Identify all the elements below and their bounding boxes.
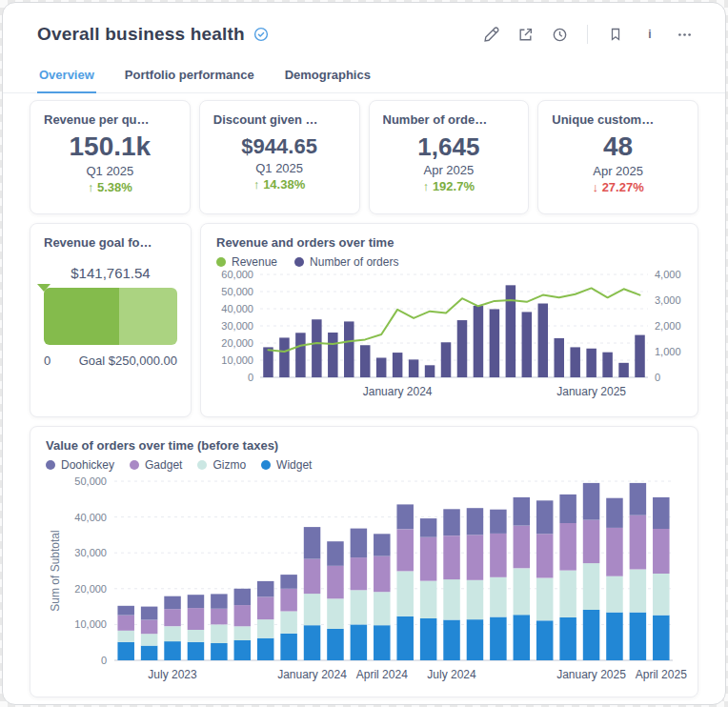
gauge-goal-label: Goal $250,000.00 (79, 354, 177, 368)
stacked-chart-card[interactable]: Value of orders over time (before taxes)… (30, 426, 698, 697)
legend-item-gadget[interactable]: Gadget (130, 458, 182, 472)
kpi-value: 150.1k (70, 132, 152, 162)
svg-text:April 2025: April 2025 (636, 668, 687, 681)
svg-text:January 2025: January 2025 (556, 385, 626, 398)
kpi-value: 48 (603, 132, 633, 162)
kpi-value: $944.65 (241, 135, 317, 158)
svg-text:0: 0 (248, 372, 253, 383)
kpi-value: 1,645 (417, 133, 479, 161)
legend-item-revenue[interactable]: Revenue (216, 255, 277, 269)
combo-legend: Revenue Number of orders (216, 255, 682, 269)
combo-chart: 010,00020,00030,00040,00050,00060,00001,… (216, 269, 690, 404)
svg-text:2,000: 2,000 (655, 320, 681, 332)
verified-badge-icon (253, 27, 269, 42)
svg-text:50,000: 50,000 (221, 286, 253, 297)
svg-text:Sum of Subtotal: Sum of Subtotal (49, 530, 62, 611)
svg-text:10,000: 10,000 (74, 618, 107, 630)
info-icon[interactable]: i (637, 22, 662, 47)
svg-text:10,000: 10,000 (221, 354, 253, 366)
gauge-card-revenue-goal[interactable]: Revenue goal fo… $141,761.54 0 Goal $250… (30, 223, 192, 417)
kpi-card-title: Number of orde… (383, 112, 516, 127)
tab-bar: Overview Portfolio performance Demograph… (3, 47, 725, 93)
tab-overview[interactable]: Overview (37, 64, 96, 93)
tab-demographics[interactable]: Demographics (283, 64, 373, 92)
svg-text:0: 0 (101, 655, 107, 666)
svg-text:3,000: 3,000 (655, 294, 681, 306)
trend-arrow-icon: ↓ (593, 180, 599, 194)
gauge-min-label: 0 (44, 354, 51, 368)
edit-pencil-icon[interactable] (478, 22, 503, 47)
stacked-bar-chart: 010,00020,00030,00040,00050,000Sum of Su… (46, 472, 690, 685)
svg-text:50,000: 50,000 (74, 475, 107, 487)
svg-text:0: 0 (655, 372, 660, 383)
kpi-period: Apr 2025 (593, 164, 643, 178)
kpi-card-discount-given[interactable]: Discount given … $944.65 Q1 2025 ↑ 14.38… (199, 100, 360, 214)
legend-dot-gadget (130, 460, 139, 470)
stacked-chart-title: Value of orders over time (before taxes) (46, 438, 682, 453)
svg-text:January 2024: January 2024 (277, 668, 347, 681)
svg-text:January 2025: January 2025 (556, 668, 626, 681)
kpi-delta: ↑ 192.7% (423, 179, 475, 193)
gauge-fill (44, 288, 119, 345)
kpi-period: Q1 2025 (86, 164, 133, 178)
trend-arrow-icon: ↑ (88, 180, 94, 194)
dashboard-grid: Revenue per qu… 150.1k Q1 2025 ↑ 5.38% D… (3, 93, 725, 705)
legend-dot-widget (261, 460, 271, 470)
kpi-card-unique-customers[interactable]: Unique custom… 48 Apr 2025 ↓ 27.27% (537, 100, 698, 214)
kpi-card-title: Discount given … (213, 112, 346, 127)
legend-dot-gizmo (197, 460, 207, 470)
dashboard-header: Overall business health i (3, 3, 725, 47)
kpi-delta: ↑ 5.38% (88, 180, 132, 194)
svg-text:30,000: 30,000 (221, 320, 253, 332)
share-icon[interactable] (513, 22, 537, 47)
svg-text:40,000: 40,000 (221, 303, 253, 314)
svg-text:July 2024: July 2024 (427, 668, 476, 681)
kpi-card-title: Revenue per qu… (44, 112, 176, 127)
gauge-value-label: $141,761.54 (44, 265, 177, 281)
tab-portfolio-performance[interactable]: Portfolio performance (123, 64, 256, 92)
header-actions: i (478, 22, 697, 47)
actions-divider (587, 25, 588, 44)
legend-item-number-of-orders[interactable]: Number of orders (294, 255, 398, 269)
svg-text:i: i (648, 28, 651, 41)
legend-dot-revenue (216, 257, 226, 267)
svg-text:20,000: 20,000 (221, 337, 253, 349)
ellipsis-icon[interactable] (672, 22, 697, 47)
gauge-bar (44, 288, 177, 345)
page-title: Overall business health (37, 24, 245, 45)
trend-arrow-icon: ↑ (253, 177, 260, 192)
svg-text:January 2024: January 2024 (363, 385, 433, 398)
kpi-delta: ↑ 14.38% (253, 177, 305, 192)
kpi-card-number-of-orders[interactable]: Number of orde… 1,645 Apr 2025 ↑ 192.7% (369, 100, 530, 214)
legend-dot-doohickey (46, 460, 55, 470)
bookmark-icon[interactable] (603, 22, 628, 47)
legend-dot-number-of-orders (294, 257, 304, 267)
legend-item-widget[interactable]: Widget (261, 458, 312, 472)
svg-text:30,000: 30,000 (74, 547, 107, 558)
svg-text:60,000: 60,000 (221, 269, 253, 280)
gauge-chart: $141,761.54 0 Goal $250,000.00 (44, 288, 177, 368)
gauge-remainder (119, 288, 177, 345)
svg-text:July 2023: July 2023 (148, 668, 197, 681)
kpi-delta: ↓ 27.27% (593, 180, 644, 194)
svg-text:40,000: 40,000 (74, 512, 107, 523)
gauge-card-title: Revenue goal fo… (44, 235, 177, 250)
svg-text:20,000: 20,000 (74, 583, 107, 595)
combo-chart-title: Revenue and orders over time (216, 235, 682, 250)
legend-item-gizmo[interactable]: Gizmo (197, 458, 246, 472)
dashboard-container: Overall business health i (2, 2, 726, 705)
legend-item-doohickey[interactable]: Doohickey (46, 458, 114, 472)
kpi-card-revenue-per-quarter[interactable]: Revenue per qu… 150.1k Q1 2025 ↑ 5.38% (30, 100, 191, 214)
kpi-period: Q1 2025 (255, 161, 303, 175)
svg-text:April 2024: April 2024 (356, 668, 408, 681)
kpi-period: Apr 2025 (423, 163, 474, 177)
trend-arrow-icon: ↑ (423, 179, 430, 193)
svg-text:1,000: 1,000 (655, 346, 681, 357)
clock-history-icon[interactable] (547, 22, 572, 47)
kpi-card-title: Unique custom… (552, 112, 684, 127)
svg-text:4,000: 4,000 (655, 269, 681, 280)
stacked-legend: Doohickey Gadget Gizmo Widget (46, 458, 682, 472)
combo-chart-card[interactable]: Revenue and orders over time Revenue Num… (200, 223, 698, 417)
